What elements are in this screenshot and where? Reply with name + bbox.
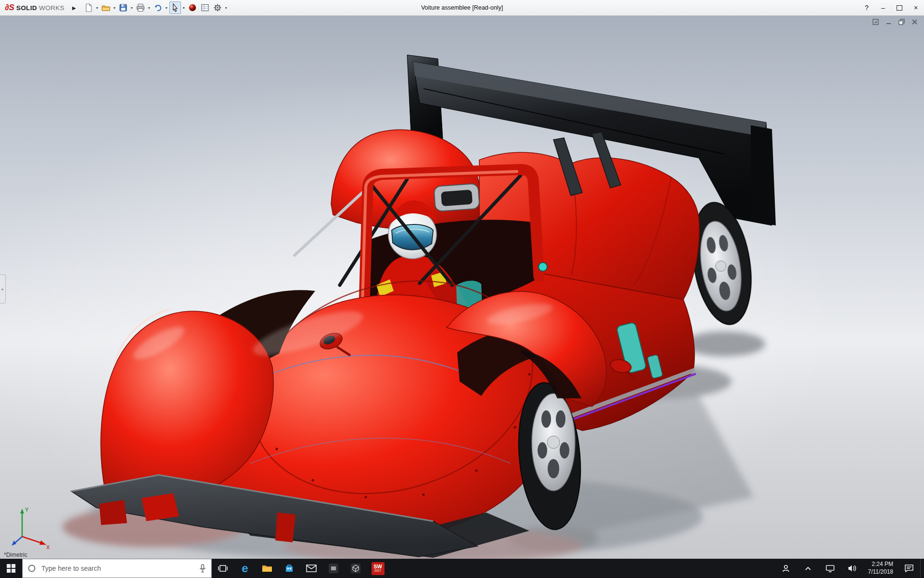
teal-indicator: [539, 263, 547, 271]
triad-x-label: X: [46, 544, 50, 549]
orientation-triad: Y X: [8, 503, 52, 549]
windows-logo-icon: [7, 564, 15, 573]
taskbar-edge-button[interactable]: e: [234, 559, 256, 578]
taskbar-clock[interactable]: 2:24 PM 7/11/2018: [863, 559, 898, 578]
taskbar-mail-button[interactable]: [300, 559, 322, 578]
drawing-sheet-icon: [200, 3, 210, 13]
save-button[interactable]: [117, 1, 129, 14]
volume-button[interactable]: [841, 559, 863, 578]
options-dropdown-caret[interactable]: ▾: [224, 6, 228, 10]
clock-time: 2:24 PM: [872, 561, 893, 568]
view-orientation-label: *Dimetric: [4, 552, 27, 558]
taskbar-app-dark-1-button[interactable]: [322, 559, 345, 578]
open-folder-icon: [101, 3, 111, 13]
brand-solid: SOLID: [16, 4, 37, 12]
drawing-sheet-button[interactable]: [199, 1, 211, 14]
undo-dropdown-caret[interactable]: ▾: [165, 6, 168, 10]
people-button[interactable]: [775, 559, 797, 578]
window-controls: ? – ×: [859, 0, 924, 15]
hidden-icons-button[interactable]: [797, 559, 819, 578]
start-button[interactable]: [0, 559, 22, 578]
solidworks-icon: SW 2017: [372, 562, 385, 575]
taskbar-app-dark-2-button[interactable]: [345, 559, 367, 578]
print-icon: [136, 3, 145, 13]
select-dropdown-caret[interactable]: ▾: [182, 6, 186, 10]
print-button[interactable]: [135, 1, 146, 14]
appearance-sphere-icon: [188, 3, 197, 13]
chevron-up-icon: [805, 566, 811, 571]
file-explorer-icon: [262, 564, 272, 573]
menu-flyout-arrow[interactable]: ▶: [68, 3, 80, 13]
task-view-icon: [218, 564, 228, 573]
new-document-icon: [84, 3, 93, 13]
undo-button[interactable]: [152, 1, 164, 14]
open-dropdown-caret[interactable]: ▾: [113, 6, 116, 10]
maximize-icon: [897, 5, 902, 11]
appearance-button[interactable]: [187, 1, 198, 14]
clock-date: 7/11/2018: [868, 568, 894, 576]
windows-taskbar: e: [0, 559, 924, 578]
store-icon: [284, 564, 294, 573]
task-view-button[interactable]: [212, 559, 234, 578]
notifications-button[interactable]: [898, 559, 920, 578]
taskbar-file-explorer-button[interactable]: [256, 559, 278, 578]
save-floppy-icon: [118, 3, 128, 13]
network-button[interactable]: [819, 559, 841, 578]
doc-minimize-icon[interactable]: [885, 18, 892, 26]
solidworks-menu-logo[interactable]: ∂S SOLIDWORKS: [0, 3, 68, 13]
feature-panel-collapsed-tab[interactable]: ▸: [0, 275, 6, 303]
select-tool-button[interactable]: [169, 1, 181, 14]
taskbar-store-button[interactable]: [278, 559, 300, 578]
taskbar-solidworks-button[interactable]: SW 2017: [367, 559, 389, 578]
window-title: Voiture assemblee [Read-only]: [192, 4, 732, 11]
minimize-button[interactable]: –: [875, 0, 891, 15]
mail-icon: [306, 565, 317, 572]
graphics-area[interactable]: ▸ Y X *Dimetric: [0, 15, 924, 559]
edge-icon: e: [242, 563, 248, 574]
search-input[interactable]: [40, 564, 194, 573]
solidworks-window: ∂S SOLIDWORKS ▶ ▾ ▾: [0, 0, 924, 578]
doc-menu-icon[interactable]: [872, 18, 879, 26]
document-window-controls: [872, 18, 918, 26]
new-dropdown-caret[interactable]: ▾: [95, 6, 99, 10]
help-button[interactable]: ?: [859, 0, 875, 15]
open-button[interactable]: [100, 1, 112, 14]
action-center-icon: [904, 564, 914, 573]
undo-arrow-icon: [153, 3, 163, 13]
microphone-icon[interactable]: [199, 564, 206, 573]
taskbar-search[interactable]: [22, 559, 212, 578]
select-arrow-icon: [170, 3, 180, 13]
doc-close-icon[interactable]: [911, 18, 918, 26]
doc-restore-icon[interactable]: [898, 18, 905, 26]
model-scene: [0, 15, 924, 559]
options-gear-icon: [213, 3, 222, 13]
options-button[interactable]: [212, 1, 223, 14]
triad-y-label: Y: [25, 507, 29, 512]
print-dropdown-caret[interactable]: ▾: [147, 6, 151, 10]
network-icon: [825, 564, 835, 573]
show-desktop-button[interactable]: [920, 559, 924, 578]
people-icon: [781, 564, 791, 573]
brand-works: WORKS: [39, 4, 64, 12]
dassault-3ds-logo-icon: ∂S: [5, 3, 14, 13]
search-icon: [27, 564, 36, 573]
system-tray: 2:24 PM 7/11/2018: [775, 559, 924, 578]
save-dropdown-caret[interactable]: ▾: [130, 6, 134, 10]
maximize-button[interactable]: [891, 0, 908, 15]
intake-scoop[interactable]: [434, 184, 479, 211]
titlebar: ∂S SOLIDWORKS ▶ ▾ ▾: [0, 0, 924, 16]
dark-app-2-icon: [350, 563, 361, 574]
close-button[interactable]: ×: [908, 0, 924, 15]
main-toolbar: ▾ ▾ ▾: [83, 1, 228, 14]
dark-app-1-icon: [328, 563, 339, 574]
volume-icon: [847, 564, 857, 573]
new-document-button[interactable]: [83, 1, 94, 14]
